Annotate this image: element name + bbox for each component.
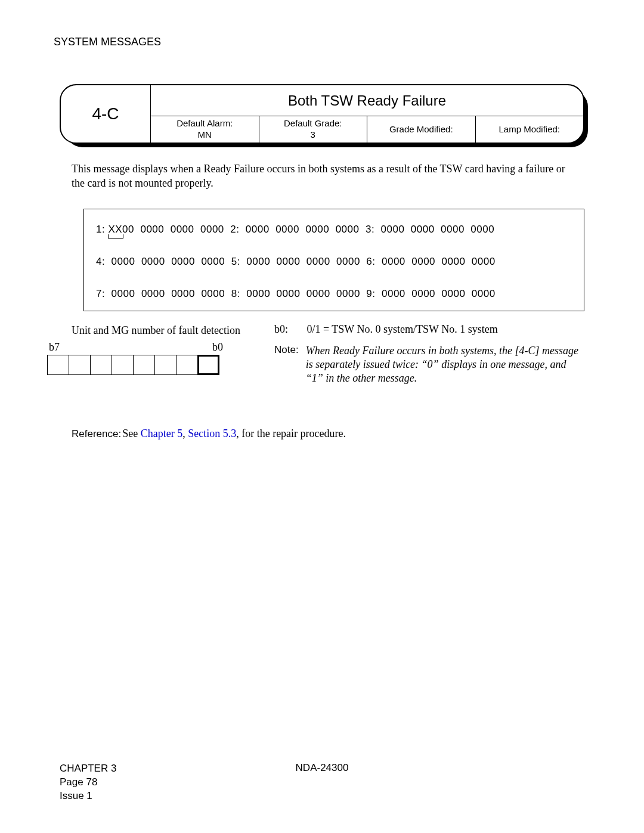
page: SYSTEM MESSAGES 4-C Both TSW Ready Failu… xyxy=(0,0,644,833)
bit-low-label: b0 xyxy=(212,341,223,354)
data-box: 1: XX00 0000 0000 0000 2: 0000 0000 0000… xyxy=(83,209,584,311)
bit-cell xyxy=(154,355,177,375)
bit-cell xyxy=(90,355,112,375)
footer-issue: Issue 1 xyxy=(60,789,584,803)
bit-cell xyxy=(133,355,155,375)
message-title: Both TSW Ready Failure xyxy=(151,85,583,116)
reference: Reference:See Chapter 5, Section 5.3, fo… xyxy=(72,428,584,440)
data-row: 4: 0000 0000 0000 0000 5: 0000 0000 0000… xyxy=(96,256,572,268)
value: MN xyxy=(153,129,256,141)
title-box: 4-C Both TSW Ready Failure Default Alarm… xyxy=(60,84,584,144)
bit-cell xyxy=(69,355,91,375)
data-row: 7: 0000 0000 0000 0000 8: 0000 0000 0000… xyxy=(96,288,572,300)
grade-modified: Grade Modified: xyxy=(367,116,475,143)
footer-page: Page 78 xyxy=(60,776,584,789)
default-alarm: Default Alarm: MN xyxy=(151,116,259,143)
label: Default Alarm: xyxy=(153,118,256,129)
note: Note: When Ready Failure occurs in both … xyxy=(274,344,584,386)
page-footer: NDA-24300 CHAPTER 3 Page 78 Issue 1 xyxy=(60,762,584,803)
label: Grade Modified: xyxy=(370,124,473,135)
description: This message displays when a Ready Failu… xyxy=(72,162,572,191)
b0-definition: b0: 0/1 = TSW No. 0 system/TSW No. 1 sys… xyxy=(274,323,584,336)
footer-chapter: CHAPTER 3 xyxy=(60,762,584,776)
b0-text: 0/1 = TSW No. 0 system/TSW No. 1 system xyxy=(307,323,498,335)
lamp-modified: Lamp Modified: xyxy=(475,116,584,143)
explanation: Unit and MG number of fault detection b7… xyxy=(72,323,584,386)
reference-label: Reference: xyxy=(72,428,121,439)
note-text: When Ready Failure occurs in both system… xyxy=(306,344,584,386)
value: 3 xyxy=(262,129,365,141)
bit-cell xyxy=(47,355,69,375)
bit-table xyxy=(48,355,250,375)
label: Lamp Modified: xyxy=(478,124,581,135)
label: Default Grade: xyxy=(262,118,365,129)
message-code: 4-C xyxy=(61,85,150,143)
bit-high-label: b7 xyxy=(49,341,60,354)
section-header: SYSTEM MESSAGES xyxy=(54,36,584,48)
bit-cell-b0 xyxy=(197,355,219,375)
data-row: 1: XX00 0000 0000 0000 2: 0000 0000 0000… xyxy=(96,224,572,236)
xx-marker: XX xyxy=(108,224,122,236)
reference-link-chapter[interactable]: Chapter 5 xyxy=(141,428,182,439)
reference-link-section[interactable]: Section 5.3 xyxy=(188,428,236,439)
bit-cell xyxy=(112,355,134,375)
unit-label: Unit and MG number of fault detection xyxy=(72,323,250,337)
bit-cell xyxy=(176,355,198,375)
note-label: Note: xyxy=(274,344,299,386)
default-grade: Default Grade: 3 xyxy=(259,116,367,143)
b0-label: b0: xyxy=(274,323,304,336)
